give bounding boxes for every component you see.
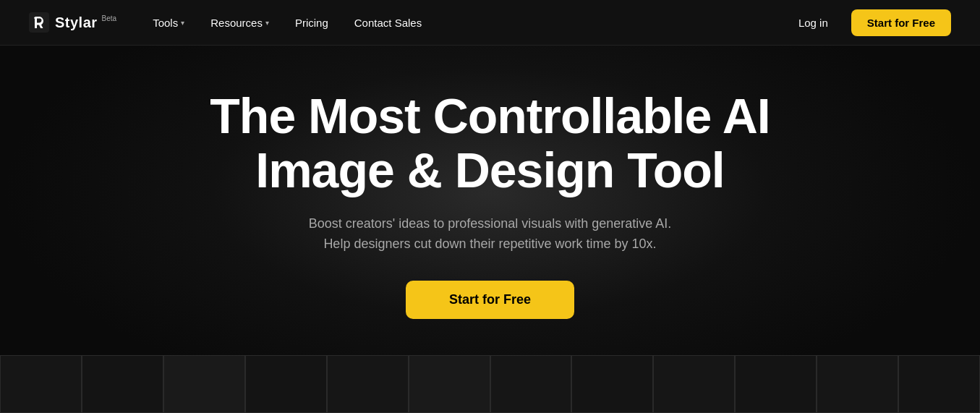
hero-title: The Most Controllable AI Image & Design …	[210, 89, 770, 197]
tools-label: Tools	[153, 17, 178, 29]
contact-sales-label: Contact Sales	[354, 17, 422, 29]
logo-text: Stylar	[55, 14, 98, 31]
grid-cell	[245, 355, 327, 413]
tools-menu[interactable]: Tools ▾	[142, 11, 195, 35]
grid-cell	[409, 355, 490, 413]
pricing-link[interactable]: Pricing	[285, 11, 338, 35]
hero-subtitle-line1: Boost creators' ideas to professional vi…	[309, 216, 672, 231]
navbar-right: Log in Start for Free	[787, 9, 951, 36]
grid-cell	[571, 355, 653, 413]
hero-section: The Most Controllable AI Image & Design …	[0, 46, 980, 413]
grid-cell	[898, 355, 980, 413]
navbar-left: Stylar Beta Tools ▾ Resources ▾ Pricing …	[29, 11, 432, 35]
grid-cell	[0, 355, 82, 413]
hero-subtitle-line2: Help designers cut down their repetitive…	[323, 237, 656, 251]
grid-cell	[163, 355, 245, 413]
grid-cell	[490, 355, 572, 413]
beta-badge: Beta	[102, 14, 117, 22]
grid-cell	[327, 355, 409, 413]
resources-label: Resources	[210, 17, 263, 29]
hero-title-line2: Image & Design Tool	[255, 142, 724, 197]
contact-sales-link[interactable]: Contact Sales	[344, 11, 432, 35]
resources-chevron-icon: ▾	[265, 19, 269, 27]
tools-chevron-icon: ▾	[181, 19, 184, 27]
login-button[interactable]: Log in	[787, 11, 840, 35]
stylar-logo-icon	[29, 12, 49, 33]
grid-cell	[735, 355, 817, 413]
pricing-label: Pricing	[295, 17, 328, 29]
grid-row	[0, 355, 980, 413]
logo-link[interactable]: Stylar Beta	[29, 12, 116, 33]
grid-cell	[817, 355, 898, 413]
hero-subtitle: Boost creators' ideas to professional vi…	[309, 213, 672, 255]
hero-title-line1: The Most Controllable AI	[210, 88, 770, 143]
navbar: Stylar Beta Tools ▾ Resources ▾ Pricing …	[0, 0, 980, 46]
grid-cell	[653, 355, 735, 413]
resources-menu[interactable]: Resources ▾	[200, 11, 279, 35]
nav-links: Tools ▾ Resources ▾ Pricing Contact Sale…	[142, 11, 432, 35]
grid-cell	[82, 355, 163, 413]
login-label: Log in	[798, 17, 828, 29]
start-free-nav-button[interactable]: Start for Free	[851, 9, 951, 36]
start-free-hero-button[interactable]: Start for Free	[406, 281, 574, 319]
grid-preview	[0, 355, 980, 413]
svg-rect-0	[29, 12, 49, 33]
